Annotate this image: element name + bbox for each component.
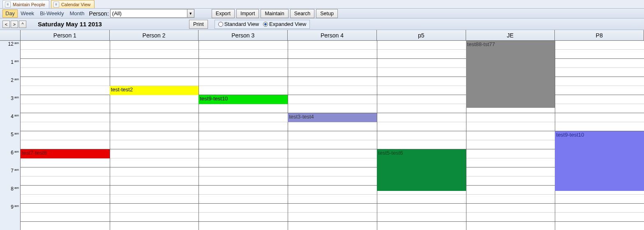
form-icon: ≡ bbox=[53, 2, 59, 7]
nav-buttons: < > ^ bbox=[2, 21, 26, 28]
expanded-view-radio[interactable]: Expanded View bbox=[263, 21, 306, 27]
tab-maintain-people[interactable]: ≡ Maintain People bbox=[2, 0, 49, 8]
time-label: 7am bbox=[11, 168, 19, 174]
print-button[interactable]: Print bbox=[189, 20, 208, 29]
time-label: 1am bbox=[11, 59, 19, 65]
radio-icon bbox=[218, 22, 223, 27]
standard-view-radio[interactable]: Standard View bbox=[218, 21, 259, 27]
person-header[interactable]: Person 4 bbox=[288, 30, 377, 40]
up-button[interactable]: ^ bbox=[19, 21, 26, 28]
nav-toolbar: < > ^ Saturday May 11 2013 Print Standar… bbox=[0, 19, 644, 30]
view-month-button[interactable]: Month bbox=[67, 9, 87, 18]
calendar-body: 12am1am2am3am4am5am6am7am8am9am test-tes… bbox=[0, 41, 644, 230]
time-column-header bbox=[0, 30, 21, 40]
person-combo[interactable]: (All) ▼ bbox=[110, 9, 194, 18]
person-header[interactable]: Person 2 bbox=[110, 30, 199, 40]
radio-icon bbox=[263, 22, 268, 27]
calendar-event[interactable]: test9-test10 bbox=[199, 95, 288, 104]
view-day-button[interactable]: Day bbox=[2, 9, 18, 18]
setup-button[interactable]: Setup bbox=[316, 9, 338, 18]
form-icon: ≡ bbox=[5, 2, 11, 7]
calendar-event[interactable]: test7-test8 bbox=[21, 149, 110, 158]
person-header[interactable]: Person 1 bbox=[21, 30, 110, 40]
person-label: Person: bbox=[89, 10, 109, 17]
prev-button[interactable]: < bbox=[2, 21, 10, 28]
time-label: 2am bbox=[11, 77, 19, 83]
next-button[interactable]: > bbox=[11, 21, 18, 28]
view-biweekly-button[interactable]: Bi-Weekly bbox=[37, 9, 67, 18]
tab-label: Calendar View bbox=[61, 2, 90, 7]
radio-label: Expanded View bbox=[269, 21, 306, 27]
chevron-down-icon[interactable]: ▼ bbox=[187, 9, 194, 17]
calendar-event[interactable]: test5-test6 bbox=[377, 149, 466, 191]
time-label: 4am bbox=[11, 114, 19, 119]
time-label: 6am bbox=[11, 150, 19, 156]
calendar-event[interactable]: test9-test10 bbox=[555, 131, 644, 191]
calendar-event[interactable]: test3-test4 bbox=[288, 113, 377, 122]
search-button[interactable]: Search bbox=[290, 9, 315, 18]
radio-label: Standard View bbox=[224, 21, 259, 27]
time-label: 5am bbox=[11, 132, 19, 137]
view-toolbar: Day Week Bi-Weekly Month Person: (All) ▼… bbox=[0, 9, 644, 19]
person-header[interactable]: JE bbox=[466, 30, 555, 40]
time-label: 3am bbox=[11, 95, 19, 101]
import-button[interactable]: Import bbox=[236, 9, 259, 18]
tab-label: Maintain People bbox=[13, 2, 45, 7]
calendar: Person 1Person 2Person 3Person 4p5JEP8 1… bbox=[0, 30, 644, 230]
person-header[interactable]: P8 bbox=[555, 30, 644, 40]
time-label: 8am bbox=[11, 186, 19, 192]
calendar-header: Person 1Person 2Person 3Person 4p5JEP8 bbox=[0, 30, 644, 41]
calendar-event[interactable]: test-test2 bbox=[110, 86, 199, 95]
person-combo-value: (All) bbox=[111, 10, 187, 16]
view-week-button[interactable]: Week bbox=[18, 9, 37, 18]
time-label: 9am bbox=[11, 204, 19, 210]
calendar-event[interactable]: test88-tst77 bbox=[466, 41, 555, 108]
export-button[interactable]: Export bbox=[212, 9, 235, 18]
document-tabs: ≡ Maintain People ≡ Calendar View bbox=[0, 0, 644, 9]
current-date: Saturday May 11 2013 bbox=[38, 21, 102, 28]
person-header[interactable]: Person 3 bbox=[199, 30, 288, 40]
tab-calendar-view[interactable]: ≡ Calendar View bbox=[51, 0, 95, 8]
time-label: 12am bbox=[8, 41, 19, 47]
view-mode-group: Standard View Expanded View bbox=[215, 20, 310, 29]
action-buttons: Export Import Maintain Search Setup bbox=[212, 9, 338, 18]
time-column: 12am1am2am3am4am5am6am7am8am9am bbox=[0, 41, 21, 230]
person-header[interactable]: p5 bbox=[377, 30, 466, 40]
maintain-button[interactable]: Maintain bbox=[261, 9, 288, 18]
calendar-grid[interactable]: test-test2test9-test10test3-test4test7-t… bbox=[21, 41, 644, 230]
